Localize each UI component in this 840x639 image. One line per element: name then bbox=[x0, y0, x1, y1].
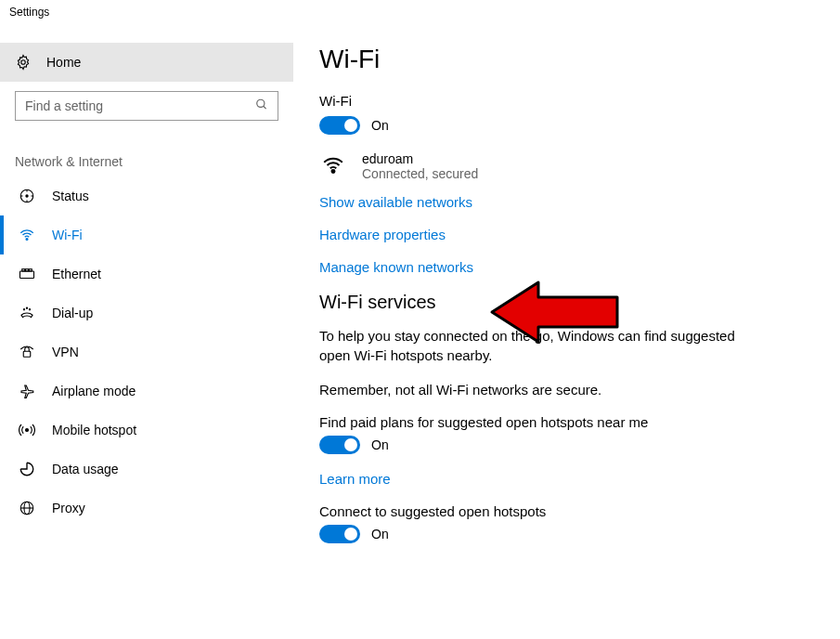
vpn-icon bbox=[19, 344, 35, 360]
connect-suggested-toggle[interactable] bbox=[319, 525, 360, 543]
nav-item-label: Wi-Fi bbox=[52, 228, 83, 242]
nav-item-label: VPN bbox=[52, 345, 79, 359]
svg-point-18 bbox=[26, 429, 29, 432]
wifi-toggle-state: On bbox=[371, 118, 389, 133]
ssid-name: eduroam bbox=[362, 151, 478, 166]
nav-home-label: Home bbox=[46, 55, 81, 70]
link-hardware-properties[interactable]: Hardware properties bbox=[319, 227, 784, 242]
services-warning: Remember, not all Wi-Fi networks are sec… bbox=[319, 380, 746, 399]
paid-plans-state: On bbox=[371, 437, 389, 452]
category-header: Network & Internet bbox=[0, 130, 293, 176]
window-title: Settings bbox=[0, 0, 840, 24]
status-icon bbox=[19, 188, 35, 204]
nav-item-proxy[interactable]: Proxy bbox=[0, 489, 293, 528]
wifi-toggle[interactable] bbox=[319, 116, 360, 135]
connect-suggested-state: On bbox=[371, 527, 389, 541]
svg-point-14 bbox=[23, 309, 24, 310]
search-input[interactable]: Find a setting bbox=[15, 91, 278, 121]
current-network: eduroam Connected, secured bbox=[319, 151, 784, 181]
connect-suggested-label: Connect to suggested open hotspots bbox=[319, 503, 784, 519]
nav-item-airplane[interactable]: Airplane mode bbox=[0, 372, 293, 411]
page-title: Wi-Fi bbox=[319, 45, 784, 74]
wifi-signal-icon bbox=[319, 153, 347, 180]
svg-point-16 bbox=[29, 309, 30, 310]
svg-point-15 bbox=[26, 307, 27, 308]
paid-plans-toggle[interactable] bbox=[319, 436, 360, 454]
link-manage-known-networks[interactable]: Manage known networks bbox=[319, 259, 784, 275]
nav-item-label: Data usage bbox=[52, 462, 119, 476]
proxy-icon bbox=[19, 500, 35, 516]
nav-item-ethernet[interactable]: Ethernet bbox=[0, 254, 293, 293]
sidebar: Home Find a setting Network & Internet bbox=[0, 24, 293, 560]
ethernet-icon bbox=[19, 266, 35, 282]
nav-item-dialup[interactable]: Dial-up bbox=[0, 293, 293, 333]
nav-item-vpn[interactable]: VPN bbox=[0, 333, 293, 372]
services-description: To help you stay connected on the go, Wi… bbox=[319, 326, 746, 365]
wifi-section-label: Wi-Fi bbox=[319, 93, 784, 109]
search-icon bbox=[255, 98, 268, 114]
nav-item-label: Status bbox=[52, 189, 89, 203]
dialup-icon bbox=[19, 305, 35, 321]
main-panel: Wi-Fi Wi-Fi On eduroam Connected, secure… bbox=[293, 24, 840, 560]
wifi-icon bbox=[19, 227, 35, 243]
svg-point-4 bbox=[26, 195, 28, 197]
nav-home[interactable]: Home bbox=[0, 43, 293, 82]
nav-item-wifi[interactable]: Wi-Fi bbox=[0, 215, 293, 254]
nav-item-label: Ethernet bbox=[52, 267, 101, 281]
hotspot-icon bbox=[19, 422, 35, 438]
search-placeholder: Find a setting bbox=[25, 98, 103, 113]
svg-point-1 bbox=[257, 99, 265, 107]
datausage-icon bbox=[19, 461, 35, 477]
svg-line-2 bbox=[264, 106, 266, 109]
paid-plans-label: Find paid plans for suggested open hotsp… bbox=[319, 414, 784, 430]
nav-item-datausage[interactable]: Data usage bbox=[0, 450, 293, 489]
nav-item-label: Dial-up bbox=[52, 306, 93, 320]
ssid-status: Connected, secured bbox=[362, 166, 478, 181]
svg-point-0 bbox=[21, 60, 26, 65]
svg-point-22 bbox=[331, 169, 334, 172]
wifi-services-heading: Wi-Fi services bbox=[319, 292, 784, 313]
nav-item-label: Proxy bbox=[52, 501, 85, 515]
svg-rect-13 bbox=[29, 269, 32, 271]
link-learn-more[interactable]: Learn more bbox=[319, 471, 784, 487]
nav-item-hotspot[interactable]: Mobile hotspot bbox=[0, 411, 293, 450]
svg-rect-17 bbox=[23, 351, 31, 357]
svg-point-9 bbox=[26, 239, 28, 241]
airplane-icon bbox=[19, 383, 35, 399]
nav-item-label: Airplane mode bbox=[52, 384, 136, 398]
svg-rect-10 bbox=[20, 271, 34, 279]
nav-item-label: Mobile hotspot bbox=[52, 423, 136, 437]
svg-rect-11 bbox=[22, 269, 25, 271]
gear-icon bbox=[15, 54, 32, 71]
nav-item-status[interactable]: Status bbox=[0, 176, 293, 215]
link-show-networks[interactable]: Show available networks bbox=[319, 194, 784, 210]
svg-rect-12 bbox=[26, 269, 29, 271]
